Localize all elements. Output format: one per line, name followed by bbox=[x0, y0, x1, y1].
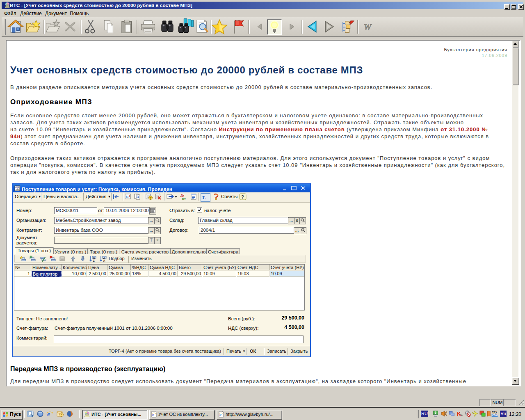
svg-text:e: e bbox=[152, 412, 154, 417]
svg-text:N: N bbox=[126, 195, 129, 199]
svg-text:т: т bbox=[205, 196, 207, 200]
svg-text:e: e bbox=[219, 412, 221, 417]
svg-text:K: K bbox=[457, 410, 461, 417]
svg-text:T: T bbox=[202, 195, 205, 200]
svg-text:Z: Z bbox=[93, 259, 95, 262]
svg-text:Z: Z bbox=[103, 256, 105, 259]
svg-text:Кт: Кт bbox=[182, 197, 186, 200]
svg-text:A: A bbox=[103, 259, 105, 262]
svg-text:?: ? bbox=[241, 194, 244, 199]
svg-text:W: W bbox=[364, 22, 372, 32]
svg-text:COM: COM bbox=[492, 414, 498, 417]
svg-text:A: A bbox=[93, 256, 95, 259]
